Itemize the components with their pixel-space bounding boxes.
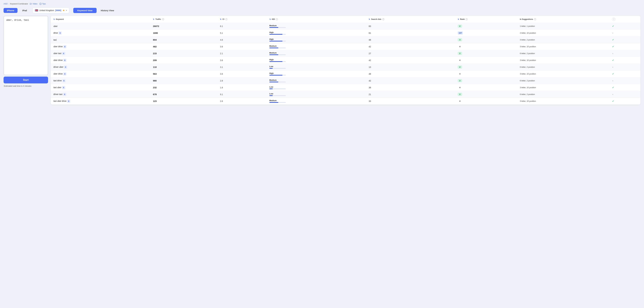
th-ci[interactable]: ⇅ CI ? bbox=[218, 16, 268, 23]
action-cell[interactable]: + bbox=[610, 77, 640, 84]
favorite-star-icon[interactable]: ★ bbox=[62, 9, 65, 12]
th-kei[interactable]: ⇅ KEI ? bbox=[268, 16, 367, 23]
video-link[interactable]: Video bbox=[30, 3, 38, 5]
kei-bar-fill bbox=[270, 48, 278, 48]
history-view-tab[interactable]: History View bbox=[96, 8, 118, 13]
check-icon[interactable]: ✓ bbox=[612, 38, 614, 41]
search-ads-value: 13 bbox=[369, 66, 371, 68]
country-selector[interactable]: 🇬🇧 United Kingdom [9999] ★ ▾ bbox=[33, 7, 69, 13]
traffic-cell: 678 bbox=[152, 91, 218, 98]
kei-bar-bg bbox=[270, 48, 286, 48]
check-icon[interactable]: ✓ bbox=[612, 45, 614, 48]
ci-cell: 3.1 bbox=[218, 64, 268, 71]
search-ads-cell: 48 bbox=[367, 71, 456, 77]
keyword-cell: taxi uberB bbox=[51, 84, 152, 91]
kei-cell: Medium bbox=[268, 98, 367, 105]
table-row: driver taxiB6789.1 Low 2126 letter, 2 po… bbox=[51, 91, 640, 98]
ci-cell: 1.6 bbox=[218, 84, 268, 91]
rank-badge: 4 bbox=[458, 86, 462, 89]
breadcrumb-aso[interactable]: ASO bbox=[4, 3, 8, 5]
action-cell[interactable]: ✓ bbox=[610, 23, 640, 30]
keyword-view-tab[interactable]: Keyword View bbox=[73, 8, 96, 13]
suggestions-cell: 3 letter, 10 position bbox=[518, 57, 610, 64]
kei-label: Medium bbox=[270, 79, 366, 81]
kei-bar-fill bbox=[270, 102, 278, 103]
rank-badge: 2 bbox=[458, 25, 462, 28]
action-cell[interactable]: ✓ bbox=[610, 84, 640, 91]
kei-bar-bg bbox=[270, 82, 286, 82]
tips-link[interactable]: ? Tips bbox=[40, 3, 46, 5]
suggestions-value: 6 letter, 2 position bbox=[520, 66, 535, 68]
ci-value: 3.6 bbox=[220, 45, 223, 48]
th-keyword[interactable]: ⇅ Keyword bbox=[51, 16, 152, 23]
search-ads-value: 38 bbox=[369, 86, 371, 89]
rank-cell: 4 bbox=[456, 98, 518, 105]
suggestions-cell: 3 letter, 2 position bbox=[518, 36, 610, 43]
kei-bar-fill bbox=[270, 95, 273, 96]
ci-value: 2.8 bbox=[220, 80, 223, 82]
th-search-ads[interactable]: ⇅ Search Ads ? bbox=[367, 16, 456, 23]
ipad-button[interactable]: iPad bbox=[19, 8, 30, 13]
check-icon[interactable]: ✓ bbox=[612, 100, 614, 102]
suggestions-cell: 3 letter, 10 position bbox=[518, 71, 610, 77]
rank-cell: 4 bbox=[456, 84, 518, 91]
plus-icon[interactable]: + bbox=[612, 32, 614, 34]
check-icon[interactable]: ✓ bbox=[612, 25, 614, 27]
th-suggestions[interactable]: In Suggestions ? bbox=[518, 16, 610, 23]
keyword-input[interactable]: uber, drive, taxi bbox=[4, 16, 48, 75]
th-rank[interactable]: ⇅ Rank ? bbox=[456, 16, 518, 23]
check-icon[interactable]: ✓ bbox=[612, 59, 614, 61]
rank-badge: 4 bbox=[458, 45, 462, 48]
kei-cell: High bbox=[268, 30, 367, 36]
check-icon[interactable]: ✓ bbox=[612, 73, 614, 75]
ci-cell: 5.1 bbox=[218, 30, 268, 36]
action-cell[interactable]: ✓ bbox=[610, 36, 640, 43]
plus-icon[interactable]: + bbox=[612, 79, 614, 82]
keyword-table-panel: ⇅ Keyword ⇅ Traffic ? ⇅ CI ? ⇅ bbox=[51, 16, 640, 105]
kei-bar-bg bbox=[270, 54, 286, 55]
ci-value: 2.1 bbox=[220, 52, 223, 55]
traffic-value: 482 bbox=[153, 45, 157, 48]
badge-b-icon: B bbox=[67, 100, 70, 103]
svg-text:?: ? bbox=[40, 3, 41, 4]
rank-cell: 4 bbox=[456, 71, 518, 77]
start-button[interactable]: Start bbox=[4, 77, 48, 83]
search-ads-value: 42 bbox=[369, 59, 371, 61]
kei-cell: Medium bbox=[268, 77, 367, 84]
action-cell[interactable]: ✓ bbox=[610, 43, 640, 50]
kei-label: Medium bbox=[270, 45, 366, 47]
action-cell[interactable]: + bbox=[610, 91, 640, 98]
search-ads-cell: 61 bbox=[367, 30, 456, 36]
suggestions-value: 6 letter, 2 position bbox=[520, 52, 535, 54]
search-ads-value: 42 bbox=[369, 45, 371, 48]
iphone-button[interactable]: iPhone bbox=[4, 8, 18, 13]
th-traffic[interactable]: ⇅ Traffic ? bbox=[152, 16, 218, 23]
action-cell[interactable]: + bbox=[610, 64, 640, 71]
traffic-value: 110 bbox=[153, 66, 157, 68]
traffic-cell: 123 bbox=[152, 98, 218, 105]
action-cell[interactable]: + bbox=[610, 30, 640, 36]
plus-icon[interactable]: + bbox=[612, 66, 614, 68]
ci-value: 5.1 bbox=[220, 32, 223, 34]
table-row: taxi uberB2321.6 Low 3843 letter, 10 pos… bbox=[51, 84, 640, 91]
action-cell[interactable]: + bbox=[610, 50, 640, 57]
action-cell[interactable]: ✓ bbox=[610, 71, 640, 77]
kei-label: High bbox=[270, 38, 366, 40]
plus-icon[interactable]: + bbox=[612, 93, 614, 96]
keyword-cell: taxi bbox=[51, 36, 152, 43]
ci-value: 3.1 bbox=[220, 66, 223, 68]
kei-bar-bg bbox=[270, 27, 286, 28]
sort-icon-traffic: ⇅ bbox=[153, 18, 154, 20]
traffic-value: 1690 bbox=[153, 32, 158, 34]
badge-b-icon: B bbox=[62, 86, 65, 89]
check-icon[interactable]: ✓ bbox=[612, 86, 614, 89]
traffic-value: 232 bbox=[153, 86, 157, 89]
traffic-cell: 215 bbox=[152, 50, 218, 57]
top-bar: iPhone iPad 🇬🇧 United Kingdom [9999] ★ ▾… bbox=[4, 7, 640, 13]
search-ads-cell: 42 bbox=[367, 57, 456, 64]
plus-icon[interactable]: + bbox=[612, 52, 614, 55]
rank-cell: 2 bbox=[456, 64, 518, 71]
action-cell[interactable]: ✓ bbox=[610, 57, 640, 64]
action-cell[interactable]: ✓ bbox=[610, 98, 640, 105]
search-ads-cell: 83 bbox=[367, 23, 456, 30]
